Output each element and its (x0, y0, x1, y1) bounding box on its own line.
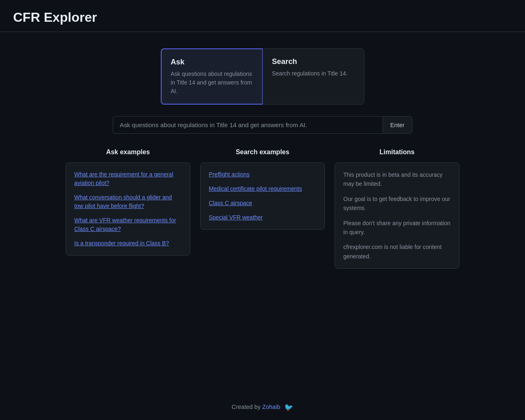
search-input[interactable] (113, 116, 383, 134)
app-title: CFR Explorer (13, 10, 512, 25)
search-example-4[interactable]: Special VFR weather (209, 213, 316, 222)
search-example-2[interactable]: Medical certificate pilot requirements (209, 185, 316, 193)
enter-button[interactable]: Enter (383, 116, 412, 134)
ask-example-4[interactable]: Is a transponder required in Class B? (74, 239, 182, 248)
limitation-1: This product is in beta and its accuracy… (343, 170, 451, 189)
ask-example-3[interactable]: What are VFR weather requirements for Cl… (74, 216, 182, 233)
search-examples-box: Preflight actions Medical certificate pi… (200, 162, 325, 230)
search-examples-column: Search examples Preflight actions Medica… (200, 148, 325, 230)
limitations-column: Limitations This product is in beta and … (335, 148, 459, 269)
search-examples-title: Search examples (200, 148, 325, 156)
columns: Ask examples What are the requirement fo… (66, 148, 459, 269)
limitation-4: cfrexplorer.com is not liable for conten… (343, 242, 451, 261)
search-example-3[interactable]: Class C airspace (209, 199, 316, 208)
ask-examples-box: What are the requirement for a general a… (66, 162, 190, 256)
tab-search-desc: Search regulations in Title 14. (272, 69, 355, 78)
main-content: Ask Ask questions about regulations in T… (0, 32, 525, 285)
tab-search[interactable]: Search Search regulations in Title 14. (262, 48, 364, 105)
twitter-icon: 🐦 (284, 403, 293, 412)
footer: Created by Zohaib 🐦 (0, 395, 525, 420)
tab-cards: Ask Ask questions about regulations in T… (161, 48, 364, 105)
limitation-2: Our goal is to get feedback to improve o… (343, 194, 451, 213)
tab-ask-desc: Ask questions about regulations in Title… (171, 70, 253, 96)
ask-examples-title: Ask examples (66, 148, 190, 156)
limitation-3: Please don't share any private informati… (343, 219, 451, 237)
limitations-title: Limitations (335, 148, 459, 156)
search-example-1[interactable]: Preflight actions (209, 170, 316, 179)
tab-search-title: Search (272, 57, 355, 66)
footer-author-link[interactable]: Zohaib (262, 404, 280, 410)
search-bar-container: Enter (113, 116, 412, 134)
ask-example-1[interactable]: What are the requirement for a general a… (74, 170, 182, 187)
app-header: CFR Explorer (0, 0, 525, 32)
limitations-box: This product is in beta and its accuracy… (335, 162, 459, 269)
tab-ask-title: Ask (171, 57, 253, 66)
ask-example-2[interactable]: What conversation should a glider and to… (74, 193, 182, 210)
tab-ask[interactable]: Ask Ask questions about regulations in T… (161, 48, 262, 105)
ask-examples-column: Ask examples What are the requirement fo… (66, 148, 190, 256)
footer-text: Created by (232, 404, 260, 410)
